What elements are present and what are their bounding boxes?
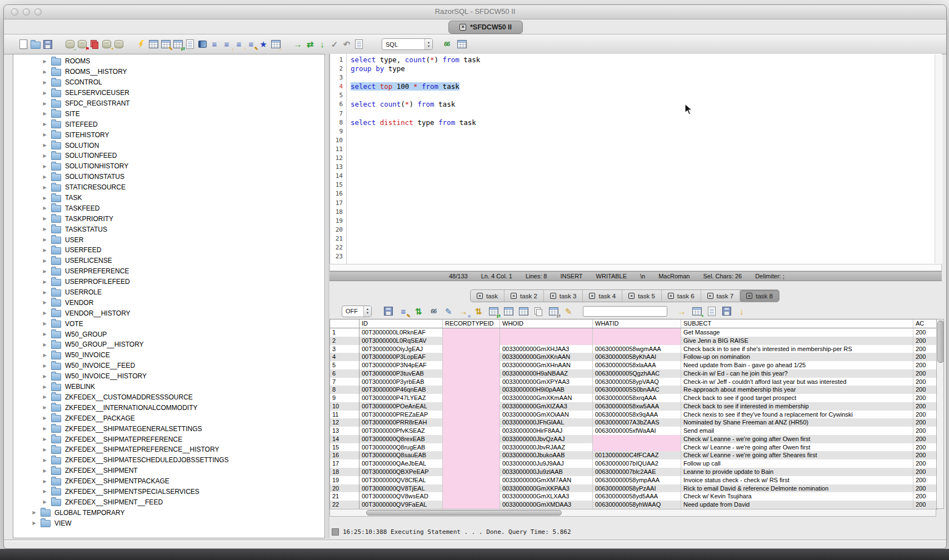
column-header-id[interactable]: ID [359, 319, 443, 328]
disclosure-triangle-icon[interactable]: ▶ [42, 363, 47, 368]
cell-whoid[interactable]: 0033000000JbvRJAAZ [500, 443, 593, 452]
table-row[interactable]: 700T3000000P3yrbEAB0033000000GmXPYAA3006… [330, 378, 937, 386]
cell-subject[interactable]: Need update from Bain - gave go ahead 1/… [681, 361, 913, 369]
table-row[interactable]: 1600T3000000Q8sauEAB0033000000JbukoAAB00… [330, 451, 937, 459]
cell-id[interactable]: 00T3000000L0RqSEAV [359, 337, 443, 345]
cell-recordtypeid[interactable] [443, 386, 500, 394]
find-next-icon[interactable]: → [676, 306, 688, 317]
table-row[interactable]: 1400T3000000Q8rexEAB0033000000JbvQzAAJCh… [330, 435, 937, 443]
tree-item-rooms__history[interactable]: ▶ROOMS__HISTORY [13, 67, 324, 77]
export-table-icon[interactable]: → [269, 38, 282, 50]
search-highlight-icon[interactable]: ✎ [562, 306, 575, 317]
editor-hscrollbar[interactable] [329, 264, 942, 271]
cell-whoid[interactable]: 0033000000GmXKmAAN [500, 394, 593, 402]
cell-whatid[interactable]: 00630000007A3bZAAS [593, 418, 681, 427]
table-row[interactable]: 1900T3000000QV8CfEAL0033000000GmXM7AAN00… [330, 476, 937, 484]
cell-subject[interactable]: Check w/ Leanne - we're going after Owen… [681, 443, 913, 452]
disclosure-triangle-icon[interactable]: ▶ [42, 342, 47, 347]
tree-item-sitefeed[interactable]: ▶SITEFEED [13, 119, 324, 129]
results-window-icon[interactable] [456, 38, 468, 50]
open-file-icon[interactable] [29, 38, 42, 50]
cell-whoid[interactable]: 0033000000GmXIZAA3 [500, 402, 593, 411]
cell-subject[interactable]: Check w/ Leanne - we're going after Shea… [681, 451, 913, 459]
cell-whatid[interactable]: 00630000007bIQUAA2 [593, 459, 681, 468]
cell-whatid[interactable]: 006300000058x9qAAA [593, 411, 681, 419]
cell-subject[interactable]: Give Jenn a BIG RAISE [681, 337, 913, 345]
column-header-recordtypeid[interactable]: RECORDTYPEID [443, 319, 500, 328]
cell-whoid[interactable]: 0033000000GmXOiAAN [500, 411, 593, 419]
cell-subject[interactable]: Check w/ Kevin Tsujihara [681, 492, 913, 501]
cell-whatid[interactable]: 006300000058wgmAAA [593, 345, 681, 353]
cell-subject[interactable]: Re-approach about membership this year [681, 386, 913, 394]
disclosure-triangle-icon[interactable]: ▶ [42, 143, 47, 148]
disclosure-triangle-icon[interactable]: ▶ [42, 248, 47, 253]
results-hscroll-thumb[interactable] [366, 510, 562, 516]
cell-whatid[interactable]: 006300000058ympAAA [593, 476, 681, 484]
table-row[interactable]: 1500T3000000Q8rugEAB0033000000JbvRJAAZCh… [330, 443, 937, 452]
sort-icon[interactable]: ≡↓ [221, 38, 233, 50]
column-header-num[interactable] [330, 319, 359, 328]
fetch-more-icon[interactable]: ↓ [736, 306, 748, 317]
disclosure-triangle-icon[interactable]: ▶ [42, 101, 47, 106]
result-tab-task-3[interactable]: ✕task 3 [544, 290, 583, 302]
cell-whatid[interactable]: 00630000007blc2AAE [593, 468, 681, 476]
close-result-tab-icon[interactable]: ✕ [477, 293, 483, 299]
table-row[interactable]: 500T3000000P3N4pEAF0033000000GmXHnAAN006… [330, 361, 937, 369]
tree-item-w50_invoice[interactable]: ▶W50_INVOICE [13, 350, 324, 361]
tree-item-zkfedex__shipmatepreference[interactable]: ▶ZKFEDEX__SHIPMATEPREFERENCE [13, 434, 324, 444]
favorites-icon[interactable]: ★ [257, 38, 269, 50]
disclosure-triangle-icon[interactable]: ▶ [42, 300, 47, 305]
table-row[interactable]: 2000T3000000QV8TjEAL0033000000GmXKPAA300… [330, 484, 937, 493]
cell-whoid[interactable]: 0033000000H9aNBAAZ [500, 369, 593, 378]
tree-item-w50_group__history[interactable]: ▶W50_GROUP__HISTORY [13, 339, 324, 350]
cell-ac[interactable]: 200 [913, 492, 937, 501]
execute-sql-icon[interactable] [135, 38, 147, 50]
cell-ac[interactable]: 200 [913, 361, 937, 369]
cell-id[interactable]: 00T3000000QV8TjEAL [359, 484, 443, 493]
refresh-results-icon[interactable]: ⇅ [412, 306, 424, 317]
cell-num[interactable]: 10 [330, 402, 359, 411]
cell-recordtypeid[interactable] [443, 492, 500, 501]
tree-item-w50_invoice__feed[interactable]: ▶W50_INVOICE__FEED [13, 361, 324, 371]
cell-num[interactable]: 5 [330, 361, 359, 369]
tree-item-rooms[interactable]: ▶ROOMS [13, 56, 324, 67]
edit-table-data-icon[interactable]: ✎ [159, 38, 172, 50]
copy-connection-icon[interactable] [88, 38, 101, 50]
autocommit-select[interactable]: OFF▲▼ [342, 306, 372, 317]
cell-subject[interactable]: Check back in to see if she's interested… [681, 345, 913, 353]
disclosure-triangle-icon[interactable]: ▶ [42, 174, 47, 179]
result-tab-task-6[interactable]: ✕task 6 [662, 290, 701, 302]
copy-rows-icon[interactable] [532, 306, 545, 317]
cell-subject[interactable]: Leanne to provide update to Bain [681, 468, 913, 476]
cell-recordtypeid[interactable] [443, 468, 500, 476]
edit-sql-icon[interactable]: ≡✎ [245, 38, 257, 50]
table-row[interactable]: 1200T3000000PRR8rEAH0033000000JFhGlAAL00… [330, 418, 937, 427]
cell-num[interactable]: 8 [330, 386, 359, 394]
tree-item-taskfeed[interactable]: ▶TASKFEED [13, 203, 324, 213]
cell-id[interactable]: 00T3000000PfvKSEAZ [359, 427, 443, 435]
disclosure-triangle-icon[interactable]: ▶ [32, 521, 37, 526]
cell-num[interactable]: 7 [330, 378, 359, 386]
close-result-tab-icon[interactable]: ✕ [589, 293, 595, 299]
cell-whatid[interactable]: 006300000058xlaAAA [593, 361, 681, 369]
disclosure-triangle-icon[interactable]: ▶ [32, 510, 37, 515]
statement-mode-select[interactable]: SQL▲▼ [382, 38, 433, 50]
cell-num[interactable]: 2 [330, 337, 359, 345]
cell-recordtypeid[interactable] [443, 484, 500, 493]
commit-icon[interactable]: ✓ [328, 38, 341, 50]
cell-recordtypeid[interactable] [443, 427, 500, 435]
tree-item-vendor__history[interactable]: ▶VENDOR__HISTORY [13, 308, 324, 318]
cell-id[interactable]: 00T3000000P46qnEAB [359, 386, 443, 394]
table-row[interactable]: 400T3000000P3LopEAF0033000000GmXKnAAN006… [330, 353, 937, 361]
cell-ac[interactable]: 200 [913, 402, 937, 411]
tree-item-userlicense[interactable]: ▶USERLICENSE [13, 256, 324, 266]
cell-ac[interactable]: 200 [913, 501, 937, 509]
close-result-tab-icon[interactable]: ✕ [746, 293, 752, 299]
cell-ac[interactable]: 200 [913, 394, 937, 402]
refresh-objects-icon[interactable]: ⇄ [172, 38, 184, 50]
tree-item-w50_group[interactable]: ▶W50_GROUP [13, 329, 324, 339]
cell-id[interactable]: 00T3000000Q8sauEAB [359, 451, 443, 459]
cell-whatid[interactable]: 00630000005xfWaAAI [593, 427, 681, 435]
tree-item-taskpriority[interactable]: ▶TASKPRIORITY [13, 213, 324, 224]
cell-id[interactable]: 00T3000000PREZaEAP [359, 411, 443, 419]
